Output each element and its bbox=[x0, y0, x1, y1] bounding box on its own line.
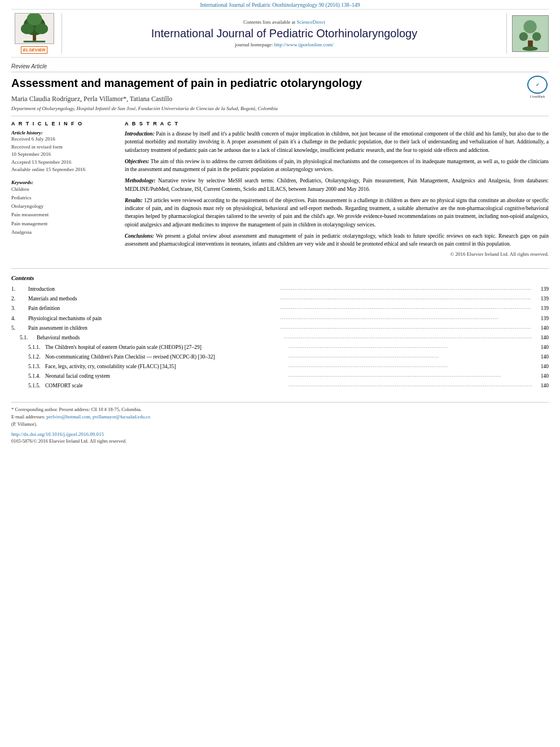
toc-item-4: 4. Physiological mechanisms of pain ····… bbox=[11, 314, 549, 324]
abstract-column: A B S T R A C T Introduction: Pain is a … bbox=[125, 121, 549, 257]
article-type-label: Review Article bbox=[11, 63, 549, 72]
toc-item-5: 5. Pain assessment in children ·········… bbox=[11, 324, 549, 333]
received-date: Received 6 July 2016 bbox=[11, 136, 116, 143]
available-online-date: Available online 15 September 2016 bbox=[11, 166, 116, 174]
objectives-text: The aim of this review is to address the… bbox=[125, 159, 549, 172]
sciencedirect-link[interactable]: ScienceDirect bbox=[297, 19, 325, 25]
keyword-pain-management: Pain management bbox=[11, 220, 116, 228]
article-title: Assessment and management of pain in ped… bbox=[11, 76, 526, 90]
title-authors-area: Assessment and management of pain in ped… bbox=[11, 76, 526, 106]
keyword-children: Children bbox=[11, 185, 116, 194]
contents-title: Contents bbox=[11, 274, 549, 281]
article-info-column: A R T I C L E I N F O Article history: R… bbox=[11, 121, 116, 257]
journal-header: ELSEVIER Contents lists available at Sci… bbox=[11, 9, 549, 58]
svg-point-12 bbox=[522, 46, 537, 51]
toc-item-5-1: 5.1. Behavioral methods ················… bbox=[11, 333, 549, 343]
keyword-pediatrics: Pediatrics bbox=[11, 194, 116, 202]
methodology-text: Narrative review by selective MeSH searc… bbox=[125, 178, 549, 191]
objectives-label: Objectives: bbox=[125, 159, 149, 164]
svg-point-10 bbox=[532, 32, 541, 41]
crossmark-icon: ✓ bbox=[527, 76, 548, 94]
elsevier-logo-area: ELSEVIER bbox=[11, 13, 62, 54]
abstract-intro: Introduction: Pain is a disease by itsel… bbox=[125, 130, 549, 154]
journal-homepage: journal homepage: http://www.ijporlonlin… bbox=[235, 42, 333, 47]
contents-section: Contents 1. Introduction ···············… bbox=[11, 274, 549, 396]
journal-right-logo bbox=[506, 13, 549, 54]
results-label: Results: bbox=[125, 198, 143, 203]
section-divider bbox=[11, 268, 549, 269]
footer: * Corresponding author. Present address:… bbox=[11, 402, 549, 443]
accepted-date: Accepted 13 September 2016 bbox=[11, 159, 116, 167]
crossmark-badge[interactable]: ✓ CrossMark bbox=[526, 76, 549, 98]
doi-link[interactable]: http://dx.doi.org/10.1016/j.ijporl.2016.… bbox=[11, 431, 549, 437]
title-crossmark-row: Assessment and management of pain in ped… bbox=[11, 76, 549, 106]
footer-copyright: 0165-5876/© 2016 Elsevier Ireland Ltd. A… bbox=[11, 438, 549, 444]
contents-available-text: Contents lists available at ScienceDirec… bbox=[243, 19, 325, 25]
page: International Journal of Pediatric Otorh… bbox=[0, 0, 560, 747]
article-content: Review Article Assessment and management… bbox=[11, 58, 549, 263]
p-villamor-note: (P. Villamor). bbox=[11, 421, 549, 428]
toc-item-1: 1. Introduction ························… bbox=[11, 285, 549, 294]
journal-title-area: Contents lists available at ScienceDirec… bbox=[62, 13, 506, 54]
authors-line: Maria Claudia Rodríguez, Perla Villamor*… bbox=[11, 95, 526, 103]
methodology-label: Methodology: bbox=[125, 178, 155, 184]
keywords-label: Keywords: bbox=[11, 180, 116, 185]
copyright-line: © 2016 Elsevier Ireland Ltd. All rights … bbox=[125, 251, 549, 257]
keyword-pain-measurement: Pain measurement bbox=[11, 211, 116, 219]
abstract-conclusions: Conclusions: We present a global review … bbox=[125, 232, 549, 248]
history-label: Article history: bbox=[11, 130, 116, 136]
email2-link[interactable]: pvillamayor@fucsalud.edu.co bbox=[93, 414, 150, 420]
results-text: 129 articles were reviewed according to … bbox=[125, 198, 549, 228]
revised-date: 10 September 2016 bbox=[11, 151, 116, 159]
keyword-otolaryngology: Otolaryngology bbox=[11, 202, 116, 211]
abstract-results: Results: 129 articles were reviewed acco… bbox=[125, 196, 549, 229]
svg-rect-2 bbox=[23, 41, 45, 42]
toc-item-3: 3. Pain definition ·····················… bbox=[11, 304, 549, 313]
journal-cover-image bbox=[512, 15, 549, 52]
journal-url[interactable]: http://www.ijporlonline.com/ bbox=[274, 42, 334, 47]
abstract-header: A B S T R A C T bbox=[125, 121, 549, 126]
article-history-block: Article history: Received 6 July 2016 Re… bbox=[11, 130, 116, 174]
conclusions-text: We present a global review about assessm… bbox=[125, 233, 549, 247]
corresponding-author-note: * Corresponding author. Present address:… bbox=[11, 406, 549, 413]
toc-item-2: 2. Materials and methods ···············… bbox=[11, 294, 549, 304]
toc-item-5-1-3: 5.1.3. Face, legs, activity, cry, consol… bbox=[11, 362, 549, 372]
journal-header-bar: International Journal of Pediatric Otorh… bbox=[0, 0, 560, 9]
svg-point-9 bbox=[519, 32, 528, 41]
conclusions-label: Conclusions: bbox=[125, 233, 154, 239]
crossmark-label: CrossMark bbox=[530, 95, 545, 98]
abstract-methodology: Methodology: Narrative review by selecti… bbox=[125, 177, 549, 193]
toc-item-5-1-2: 5.1.2. Non-communicating Children's Pain… bbox=[11, 352, 549, 362]
toc-item-5-1-5: 5.1.5. COMFORT scale ···················… bbox=[11, 381, 549, 391]
elsevier-tree-logo bbox=[15, 13, 54, 44]
affiliation-text: Department of Otolaryngology, Hospital I… bbox=[11, 106, 549, 116]
journal-citation: International Journal of Pediatric Otorh… bbox=[200, 2, 360, 8]
svg-point-8 bbox=[523, 20, 536, 33]
email1-link[interactable]: perlviro@hotmail.com, bbox=[46, 414, 91, 420]
revised-form-label: Received in revised form bbox=[11, 143, 116, 151]
article-info-header: A R T I C L E I N F O bbox=[11, 121, 116, 126]
intro-label: Introduction: bbox=[125, 131, 155, 137]
keywords-block: Keywords: Children Pediatrics Otolaryngo… bbox=[11, 180, 116, 237]
journal-title: International Journal of Pediatric Otorh… bbox=[151, 27, 417, 40]
email-addresses-note: E-mail addresses: perlviro@hotmail.com, … bbox=[11, 413, 549, 421]
intro-text: Pain is a disease by itself and it's a p… bbox=[125, 131, 549, 153]
toc-item-5-1-4: 5.1.4. Neonatal facial coding system ···… bbox=[11, 372, 549, 381]
info-abstract-section: A R T I C L E I N F O Article history: R… bbox=[11, 121, 549, 257]
keyword-analgesia: Analgesia bbox=[11, 228, 116, 237]
toc-item-5-1-1: 5.1.1. The Children's hospital of easter… bbox=[11, 343, 549, 352]
abstract-objectives: Objectives: The aim of this review is to… bbox=[125, 158, 549, 174]
elsevier-text-logo: ELSEVIER bbox=[21, 46, 48, 54]
